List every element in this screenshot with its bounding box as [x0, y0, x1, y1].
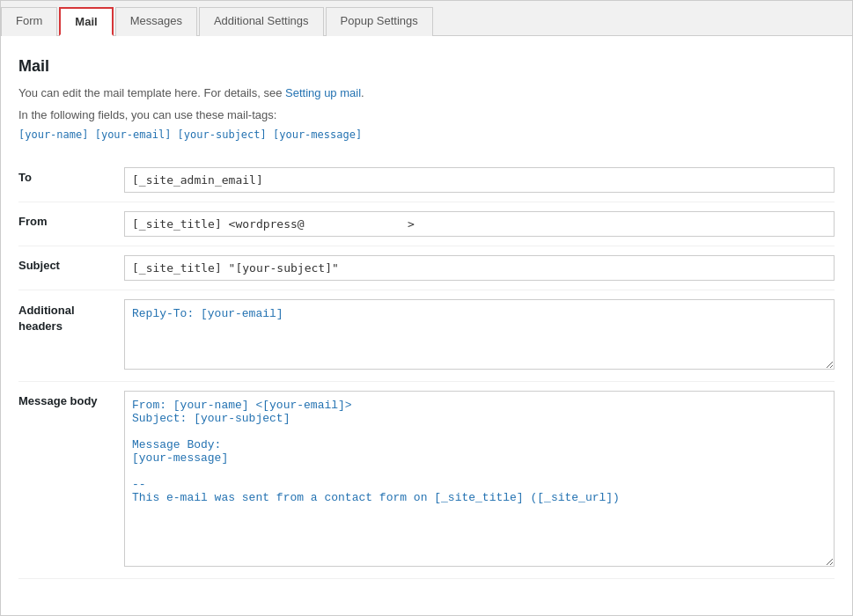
description-line1: You can edit the mail template here. For…: [18, 84, 835, 103]
tab-messages[interactable]: Messages: [115, 7, 197, 36]
mail-content: Mail You can edit the mail template here…: [1, 36, 852, 600]
setting-up-mail-link[interactable]: Setting up mail: [285, 86, 361, 99]
message-body-textarea[interactable]: From: [your-name] <[your-email]> Subject…: [124, 391, 835, 567]
tab-popup-settings[interactable]: Popup Settings: [326, 7, 433, 36]
tab-form[interactable]: Form: [1, 7, 57, 36]
additional-headers-field-cell: Reply-To: [your-email]: [124, 290, 835, 381]
additional-headers-label: Additionalheaders: [18, 290, 124, 381]
tab-additional-settings[interactable]: Additional Settings: [199, 7, 324, 36]
from-label: From: [18, 202, 124, 246]
form-table: To From Subject Additional: [18, 158, 835, 579]
to-row: To: [18, 158, 835, 202]
to-field-cell: [124, 158, 835, 202]
subject-row: Subject: [18, 246, 835, 290]
message-body-label: Message body: [18, 381, 124, 578]
from-input[interactable]: [124, 211, 835, 237]
message-body-field-cell: From: [your-name] <[your-email]> Subject…: [124, 381, 835, 578]
subject-input[interactable]: [124, 255, 835, 281]
subject-field-cell: [124, 246, 835, 290]
tabs-bar: Form Mail Messages Additional Settings P…: [1, 1, 852, 36]
description-line3: In the following fields, you can use the…: [18, 106, 835, 125]
page-wrapper: Form Mail Messages Additional Settings P…: [0, 0, 853, 616]
from-row: From: [18, 202, 835, 246]
message-body-row: Message body From: [your-name] <[your-em…: [18, 381, 835, 578]
tab-mail[interactable]: Mail: [59, 7, 113, 36]
to-input[interactable]: [124, 167, 835, 193]
subject-label: Subject: [18, 246, 124, 290]
to-label: To: [18, 158, 124, 202]
additional-headers-row: Additionalheaders Reply-To: [your-email]: [18, 290, 835, 381]
mail-tags: [your-name] [your-email] [your-subject] …: [18, 128, 835, 141]
from-field-cell: [124, 202, 835, 246]
additional-headers-textarea[interactable]: Reply-To: [your-email]: [124, 299, 835, 370]
page-title: Mail: [18, 57, 835, 76]
